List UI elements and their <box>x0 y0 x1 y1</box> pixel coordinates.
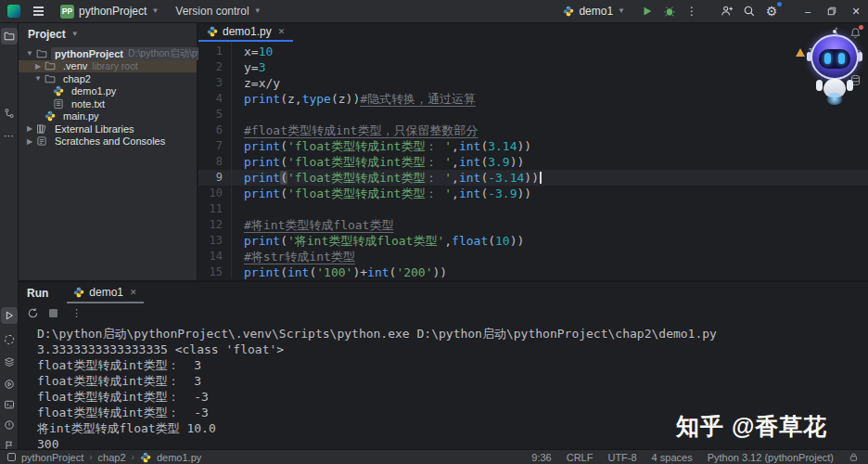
project-panel-header[interactable]: Project ▼ <box>19 23 197 45</box>
more-tool-windows-icon[interactable]: ⋯ <box>1 127 18 144</box>
run-config-selector[interactable]: demo1 ▼ <box>563 5 625 18</box>
tree-item-chap2[interactable]: ▼chap2 <box>19 72 197 85</box>
inspections-widget[interactable]: 1 <box>796 45 814 60</box>
code-editor[interactable]: 1x=102y=33z=x/y4print(z,type(z))#隐式转换，通过… <box>198 42 868 278</box>
folder-icon <box>44 73 56 84</box>
breadcrumb-file[interactable]: demo1.py <box>157 452 201 463</box>
run-tab-demo1[interactable]: demo1 ✕ <box>67 282 143 303</box>
chevron-down-icon: ▼ <box>151 7 159 15</box>
code-text: print(int('100')+int('200')) <box>244 264 447 280</box>
python-icon <box>563 6 574 17</box>
project-panel: Project ▼ ▼pythonProjectD:\python启动\pyth… <box>19 23 198 280</box>
run-button[interactable] <box>636 2 658 20</box>
chevron-right-icon[interactable]: ▶ <box>32 62 44 71</box>
console-line: float类型转成int类型： 3 <box>37 373 868 389</box>
code-line-7[interactable]: 7print('float类型转成int类型： ',int(3.14)) <box>198 138 868 154</box>
project-name: pythonProject <box>79 5 147 18</box>
caret-position[interactable]: 9:36 <box>531 452 551 463</box>
structure-tool-icon[interactable] <box>1 105 18 122</box>
more-actions-icon[interactable]: ⋮ <box>681 2 703 20</box>
code-line-13[interactable]: 13print('将int类型转成float类型',float(10)) <box>198 233 868 249</box>
library-icon <box>35 123 47 135</box>
tool-window-rail: ⋯ <box>0 23 19 449</box>
python-interpreter[interactable]: Python 3.12 (pythonProject) <box>708 452 834 463</box>
code-line-11[interactable]: 11 <box>198 201 868 217</box>
chevron-down-icon[interactable]: ▼ <box>24 49 35 58</box>
rerun-button[interactable] <box>27 307 39 319</box>
tree-item-external-libraries[interactable]: ▶External Libraries <box>19 122 197 135</box>
code-line-5[interactable]: 5 <box>198 107 868 122</box>
file-encoding[interactable]: UTF-8 <box>607 452 636 463</box>
code-line-15[interactable]: 15print(int('100')+int('200')) <box>198 264 868 280</box>
services-tool-icon[interactable] <box>1 331 18 348</box>
code-text: print('float类型转成int类型： ',int(3.14)) <box>244 138 531 154</box>
terminal-tool-icon[interactable] <box>1 396 18 413</box>
code-line-1[interactable]: 1x=10 <box>198 44 868 59</box>
code-with-me-icon[interactable] <box>716 2 738 20</box>
tree-item-pythonproject[interactable]: ▼pythonProjectD:\python启动\pythonProject <box>19 47 197 60</box>
ai-assistant-icon[interactable]: @ <box>849 50 862 62</box>
settings-gear-icon[interactable]: ⚙ <box>760 2 783 20</box>
database-tool-icon[interactable] <box>849 74 862 86</box>
tree-item-note-txt[interactable]: note.txt <box>19 97 197 110</box>
vcs-selector[interactable]: Version control ▼ <box>172 3 264 19</box>
code-text: y=3 <box>244 59 265 75</box>
tree-item-main-py[interactable]: main.py <box>19 110 197 123</box>
tree-item-scratches-and-consoles[interactable]: ▶Scratches and Consoles <box>19 135 197 148</box>
tree-item-label: demo1.py <box>71 85 116 97</box>
code-line-3[interactable]: 3z=x/y <box>198 75 868 91</box>
project-selector[interactable]: PP pythonProject ▼ <box>57 3 162 20</box>
breadcrumb-project[interactable]: pythonProject <box>21 452 83 463</box>
settings-notification-dot <box>777 2 782 6</box>
code-line-9[interactable]: 9print('float类型转成int类型： ',int(-3.14)) <box>198 170 868 186</box>
tree-item-label: note.txt <box>71 98 105 110</box>
tab-close-icon[interactable]: ✕ <box>130 288 137 297</box>
problems-tool-icon[interactable] <box>1 417 18 433</box>
debug-button[interactable] <box>658 2 681 20</box>
code-line-14[interactable]: 14#将str转成int类型 <box>198 249 868 264</box>
python-console-tool-icon[interactable] <box>1 376 18 393</box>
code-line-8[interactable]: 8print('float类型转成int类型： ',int(3.9)) <box>198 154 868 170</box>
stop-button[interactable] <box>49 309 57 317</box>
code-text: z=x/y <box>244 75 280 91</box>
code-line-6[interactable]: 6#float类型转成int类型，只保留整数部分 <box>198 122 868 138</box>
tree-item-demo1-py[interactable]: demo1.py <box>19 85 197 98</box>
window-close-button[interactable]: ✕ <box>844 0 868 22</box>
line-separator[interactable]: CRLF <box>567 452 594 463</box>
run-tool-icon[interactable] <box>1 307 18 324</box>
folder-icon <box>44 60 56 71</box>
main-menu-icon[interactable] <box>30 4 47 18</box>
python-packages-tool-icon[interactable] <box>1 354 18 370</box>
chevron-right-icon[interactable]: ▶ <box>24 137 35 146</box>
indent-style[interactable]: 4 spaces <box>652 452 693 463</box>
chevron-right-icon[interactable]: ▶ <box>24 124 35 133</box>
editor-tab-bar: demo1.py ✕ ⋮ <box>198 23 868 42</box>
line-number: 15 <box>198 264 223 280</box>
run-tab-label: demo1 <box>89 286 123 299</box>
code-line-2[interactable]: 2y=3 <box>198 59 868 75</box>
chevron-down-icon: ▼ <box>254 7 262 15</box>
window-minimize-button[interactable]: – <box>796 0 820 22</box>
readonly-lock-icon[interactable] <box>849 452 859 462</box>
breadcrumb-separator: › <box>89 452 92 462</box>
notifications-bell-icon[interactable] <box>849 26 862 43</box>
status-bar: pythonProject › chap2 › demo1.py 9:36 CR… <box>0 449 868 464</box>
project-tool-icon[interactable] <box>1 28 18 45</box>
code-line-4[interactable]: 4print(z,type(z))#隐式转换，通过运算 <box>198 91 868 107</box>
run-panel: Run demo1 ✕ ⋮ D:\python启动\pythonProject\… <box>19 280 868 449</box>
code-line-10[interactable]: 10print('float类型转成int类型： ',int(-3.9)) <box>198 186 868 201</box>
console-options-icon[interactable]: ⋮ <box>71 307 82 319</box>
editor-tab-demo1[interactable]: demo1.py ✕ <box>198 23 293 42</box>
breadcrumb-folder[interactable]: chap2 <box>98 452 126 463</box>
vcs-label: Version control <box>175 5 249 18</box>
tab-options-icon[interactable]: ⋮ <box>829 23 844 42</box>
console-output[interactable]: D:\python启动\pythonProject\.venv\Scripts\… <box>19 323 868 452</box>
code-line-12[interactable]: 12#将int类型转成float类型 <box>198 217 868 233</box>
tree-item--venv[interactable]: ▶.venvlibrary root <box>19 60 197 73</box>
tab-close-icon[interactable]: ✕ <box>278 27 286 36</box>
python-icon <box>140 452 151 463</box>
chevron-down-icon[interactable]: ▼ <box>32 74 44 83</box>
tree-item-label: pythonProject <box>55 48 123 59</box>
search-icon[interactable] <box>738 2 760 20</box>
window-restore-button[interactable] <box>820 0 844 22</box>
